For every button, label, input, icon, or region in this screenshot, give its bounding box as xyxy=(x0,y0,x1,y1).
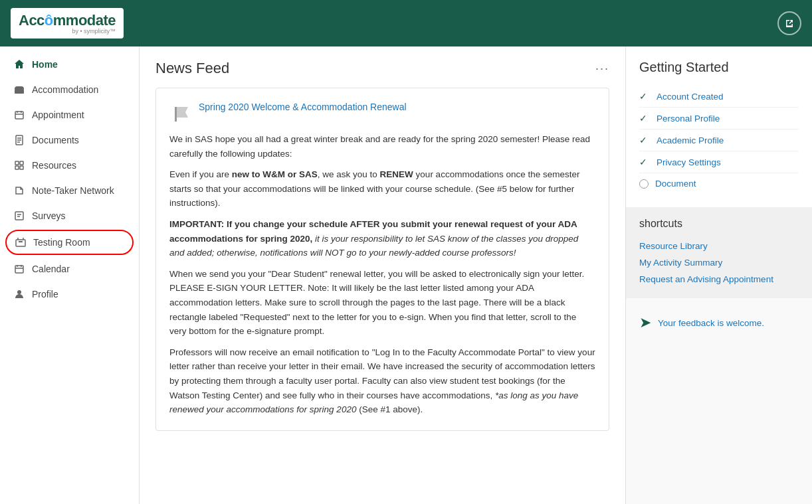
surveys-icon xyxy=(13,210,25,222)
getting-started-title: Getting Started xyxy=(639,60,799,75)
svg-rect-11 xyxy=(15,166,19,169)
sidebar-label-surveys: Surveys xyxy=(32,210,66,221)
app-header: Accômmodate by • symplicity™ xyxy=(0,0,812,46)
svg-rect-13 xyxy=(15,212,23,220)
news-feed-title: News Feed xyxy=(155,60,229,77)
checklist-link-personal-profile[interactable]: Personal Profile xyxy=(657,114,720,124)
news-feed-header: News Feed ··· xyxy=(155,60,609,77)
checklist-link-document[interactable]: Document xyxy=(655,179,696,189)
sidebar-item-calendar[interactable]: Calendar xyxy=(0,256,139,282)
sidebar-item-note-taker[interactable]: Note-Taker Network xyxy=(0,178,139,203)
accommodation-icon xyxy=(13,84,25,96)
logo-text: Accômmodate xyxy=(19,12,116,29)
svg-rect-12 xyxy=(20,166,23,169)
sidebar-item-testing-room[interactable]: Testing Room xyxy=(5,230,134,255)
svg-point-24 xyxy=(17,290,21,294)
news-intro: We in SAS hope you all had a great winte… xyxy=(169,132,595,161)
profile-icon xyxy=(13,288,25,300)
svg-rect-10 xyxy=(20,161,23,165)
news-feed-more-button[interactable]: ··· xyxy=(595,62,609,76)
sidebar-label-home: Home xyxy=(32,59,58,70)
getting-started-section: Getting Started ✓ Account Created ✓ Pers… xyxy=(626,46,812,207)
news-body: We in SAS hope you all had a great winte… xyxy=(169,132,595,417)
checklist-item-account-created: ✓ Account Created xyxy=(639,86,799,108)
feedback-section: ➤ Your feedback is welcome. xyxy=(626,303,812,342)
sidebar-label-appointment: Appointment xyxy=(32,110,84,120)
shortcuts-title: shortcuts xyxy=(639,218,799,230)
check-icon-personal-profile: ✓ xyxy=(639,113,650,124)
sidebar-item-accommodation[interactable]: Accommodation xyxy=(0,77,139,102)
news-paragraph2: IMPORTANT: If you change your schedule A… xyxy=(169,217,595,260)
check-icon-account-created: ✓ xyxy=(639,91,650,102)
svg-rect-0 xyxy=(15,90,24,94)
checklist-link-privacy-settings[interactable]: Privacy Settings xyxy=(657,157,721,167)
news-paragraph1: Even if you are new to W&M or SAS, we as… xyxy=(169,167,595,210)
external-link-button[interactable] xyxy=(777,11,801,35)
news-feed: News Feed ··· Spring 2020 Welcome & Acco… xyxy=(140,46,626,504)
feedback-icon: ➤ xyxy=(639,314,651,331)
appointment-icon xyxy=(13,109,25,121)
sidebar-label-accommodation: Accommodation xyxy=(32,84,98,95)
sidebar-item-surveys[interactable]: Surveys xyxy=(0,203,139,228)
logo: Accômmodate by • symplicity™ xyxy=(11,8,124,39)
main-layout: Home Accommodation Appointment Documents xyxy=(0,46,812,504)
checklist-item-document: Document xyxy=(639,173,799,194)
news-card-header: Spring 2020 Welcome & Accommodation Rene… xyxy=(169,102,595,124)
checklist-item-personal-profile: ✓ Personal Profile xyxy=(639,108,799,129)
right-panel: Getting Started ✓ Account Created ✓ Pers… xyxy=(626,46,812,504)
sidebar-item-home[interactable]: Home xyxy=(0,52,139,77)
checklist-link-account-created[interactable]: Account Created xyxy=(657,92,724,102)
external-link-icon xyxy=(784,18,795,29)
checklist-item-academic-profile: ✓ Academic Profile xyxy=(639,129,799,151)
sidebar-item-profile[interactable]: Profile xyxy=(0,282,139,307)
shortcut-activity-summary[interactable]: My Activity Summary xyxy=(639,254,799,271)
svg-rect-16 xyxy=(16,240,25,246)
sidebar-item-documents[interactable]: Documents xyxy=(0,127,139,153)
news-paragraph3: When we send you your "Dear Student" ren… xyxy=(169,267,595,339)
content-area: News Feed ··· Spring 2020 Welcome & Acco… xyxy=(140,46,812,504)
svg-rect-1 xyxy=(15,112,23,119)
checklist-item-privacy-settings: ✓ Privacy Settings xyxy=(639,151,799,173)
sidebar-label-resources: Resources xyxy=(32,160,76,171)
check-icon-privacy-settings: ✓ xyxy=(639,157,650,167)
sidebar-label-profile: Profile xyxy=(32,289,58,299)
sidebar: Home Accommodation Appointment Documents xyxy=(0,46,140,504)
documents-icon xyxy=(13,134,25,146)
calendar-icon xyxy=(13,263,25,275)
sidebar-label-testing-room: Testing Room xyxy=(33,237,90,248)
news-card: Spring 2020 Welcome & Accommodation Rene… xyxy=(155,88,609,431)
resources-icon xyxy=(13,159,25,171)
svg-rect-9 xyxy=(15,161,19,165)
circle-icon-document xyxy=(639,179,649,189)
sidebar-label-documents: Documents xyxy=(32,135,79,145)
home-icon xyxy=(13,58,25,70)
sidebar-label-note-taker: Note-Taker Network xyxy=(32,185,114,196)
feedback-link[interactable]: Your feedback is welcome. xyxy=(658,318,764,328)
testing-room-icon xyxy=(15,236,27,248)
news-article-link[interactable]: Spring 2020 Welcome & Accommodation Rene… xyxy=(199,102,407,112)
logo-dots: ô xyxy=(45,12,53,29)
checklist-link-academic-profile[interactable]: Academic Profile xyxy=(657,135,724,145)
shortcut-resource-library[interactable]: Resource Library xyxy=(639,238,799,254)
shortcuts-section: shortcuts Resource Library My Activity S… xyxy=(626,207,812,298)
sidebar-label-calendar: Calendar xyxy=(32,264,70,274)
svg-rect-25 xyxy=(175,107,177,122)
svg-rect-20 xyxy=(15,266,23,273)
sidebar-item-appointment[interactable]: Appointment xyxy=(0,102,139,127)
news-paragraph4: Professors will now receive an email not… xyxy=(169,345,595,417)
flag-icon xyxy=(169,103,191,124)
check-icon-academic-profile: ✓ xyxy=(639,135,650,145)
note-taker-icon xyxy=(13,185,25,197)
sidebar-item-resources[interactable]: Resources xyxy=(0,153,139,178)
svg-rect-17 xyxy=(19,241,23,242)
shortcut-advising-appointment[interactable]: Request an Advising Appointment xyxy=(639,271,799,288)
